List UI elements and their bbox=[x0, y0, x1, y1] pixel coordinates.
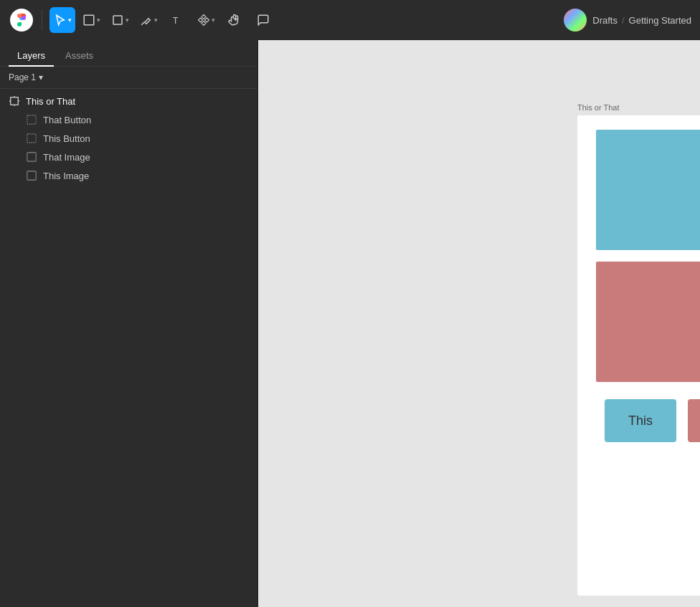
tab-layers[interactable]: Layers bbox=[9, 46, 54, 67]
svg-rect-11 bbox=[27, 171, 36, 180]
shape-tool-btn[interactable]: ▾ bbox=[107, 7, 133, 33]
hand-tool-btn[interactable] bbox=[222, 7, 247, 33]
svg-text:T: T bbox=[173, 16, 179, 26]
this-image-block bbox=[596, 130, 700, 250]
layer-item-that-button[interactable]: That Button bbox=[0, 110, 257, 129]
frame-label: This or That bbox=[577, 103, 620, 112]
svg-rect-0 bbox=[84, 15, 94, 25]
that-image-block bbox=[596, 262, 700, 382]
that-button[interactable]: That bbox=[688, 399, 700, 442]
drafts-label: Drafts bbox=[592, 15, 618, 26]
frame-icon bbox=[9, 95, 20, 107]
layer-this-button-label: This Button bbox=[43, 133, 90, 144]
main-area: Layers Assets Page 1 ▾ This or That bbox=[0, 40, 700, 607]
layer-this-image-label: This Image bbox=[43, 171, 89, 181]
component-dashed-icon bbox=[26, 114, 37, 125]
sidebar: Layers Assets Page 1 ▾ This or That bbox=[0, 40, 258, 607]
breadcrumb: Drafts / Getting Started bbox=[592, 15, 691, 26]
comment-tool-btn[interactable] bbox=[250, 7, 276, 33]
layer-root-label: This or That bbox=[26, 96, 75, 107]
layer-that-image-label: That Image bbox=[43, 152, 90, 163]
this-button[interactable]: This bbox=[605, 399, 676, 442]
svg-rect-9 bbox=[27, 134, 36, 143]
layer-item-this-image[interactable]: This Image bbox=[0, 166, 257, 185]
design-frame: This That bbox=[577, 115, 700, 596]
component-dashed-icon-2 bbox=[26, 133, 37, 144]
svg-rect-3 bbox=[11, 97, 19, 105]
tab-assets[interactable]: Assets bbox=[57, 46, 102, 67]
page-selector[interactable]: Page 1 ▾ bbox=[0, 67, 257, 89]
page-title: Getting Started bbox=[629, 15, 691, 26]
toolbar-sep-1 bbox=[42, 10, 42, 30]
component-tool-btn[interactable]: ▾ bbox=[193, 7, 219, 33]
rectangle-icon bbox=[26, 151, 37, 163]
sidebar-tabs: Layers Assets bbox=[0, 40, 257, 67]
toolbar-breadcrumb: Drafts / Getting Started bbox=[564, 9, 691, 32]
figma-logo-icon bbox=[10, 9, 33, 32]
svg-rect-1 bbox=[113, 16, 122, 24]
page-label: Page 1 bbox=[9, 72, 36, 82]
layer-item-root[interactable]: This or That bbox=[0, 92, 257, 110]
text-tool-btn[interactable]: T bbox=[164, 7, 190, 33]
move-tool-btn[interactable]: ▾ bbox=[49, 7, 75, 33]
layer-list: This or That That Button This Butt bbox=[0, 89, 257, 607]
figma-logo-btn[interactable] bbox=[9, 7, 34, 33]
svg-rect-10 bbox=[27, 153, 36, 161]
svg-rect-8 bbox=[27, 115, 36, 124]
frame-tool-btn[interactable]: ▾ bbox=[78, 7, 104, 33]
canvas[interactable]: This or That This That bbox=[258, 40, 700, 607]
rectangle-icon-2 bbox=[26, 170, 37, 181]
layer-item-that-image[interactable]: That Image bbox=[0, 148, 257, 166]
layer-item-this-button[interactable]: This Button bbox=[0, 129, 257, 148]
user-avatar[interactable] bbox=[564, 9, 587, 32]
layer-that-button-label: That Button bbox=[43, 115, 91, 125]
breadcrumb-separator: / bbox=[622, 15, 625, 26]
pen-tool-btn[interactable]: ▾ bbox=[136, 7, 161, 33]
page-chevron-icon: ▾ bbox=[39, 72, 43, 82]
toolbar: ▾ ▾ ▾ ▾ T ▾ bbox=[0, 0, 700, 40]
buttons-row: This That bbox=[605, 399, 700, 442]
